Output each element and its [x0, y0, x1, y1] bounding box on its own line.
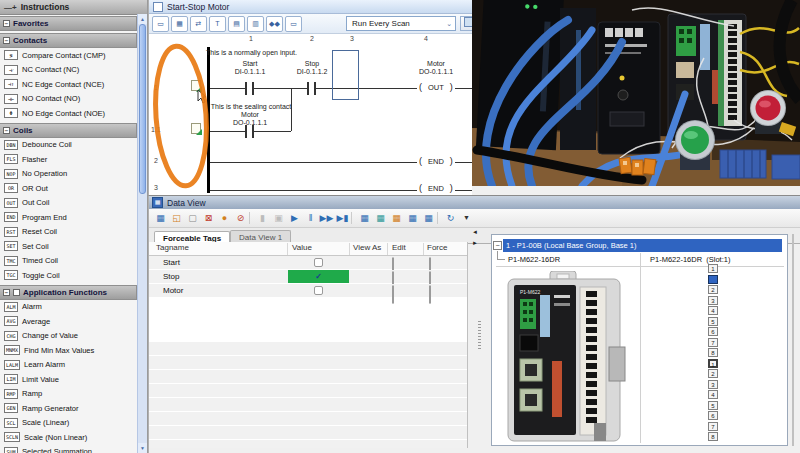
- col-header-edit[interactable]: Edit: [392, 243, 406, 252]
- toolbar-icon[interactable]: ●: [217, 211, 232, 225]
- task-schedule-dropdown[interactable]: Run Every Scan ⌄: [346, 16, 456, 31]
- io-point[interactable]: 6: [708, 327, 718, 336]
- io-point[interactable]: 8: [708, 432, 718, 441]
- out-coil[interactable]: (OUT): [417, 82, 455, 92]
- instruction-item[interactable]: ALM Alarm: [0, 300, 137, 315]
- col-header-tagname[interactable]: Tagname: [156, 243, 189, 252]
- io-point[interactable]: 4: [708, 306, 718, 315]
- instruction-item[interactable]: LIM Limit Value: [0, 372, 137, 387]
- data-view-titlebar[interactable]: ▦ Data View: [149, 196, 800, 209]
- toolbar-icon[interactable]: ▦: [357, 211, 372, 225]
- instruction-item[interactable]: RMP Ramp: [0, 387, 137, 402]
- io-point[interactable]: 2: [708, 369, 718, 378]
- toolbar-icon[interactable]: ▼: [459, 211, 474, 225]
- collapse-icon[interactable]: −: [3, 37, 10, 44]
- ladder-tool-icon[interactable]: ▥: [247, 16, 264, 32]
- io-point[interactable]: 3: [708, 296, 718, 305]
- toolbar-icon[interactable]: ▮: [255, 211, 270, 225]
- start-no-contact[interactable]: [245, 82, 254, 95]
- toolbar-icon[interactable]: ▶▶: [319, 211, 334, 225]
- toolbar-icon[interactable]: ◱: [169, 211, 184, 225]
- value-cell[interactable]: ✓: [288, 284, 349, 297]
- toolbar-icon[interactable]: ⊠: [201, 211, 216, 225]
- value-checkbox[interactable]: [314, 258, 323, 267]
- instruction-item[interactable]: NOP No Operation: [0, 167, 137, 182]
- table-row[interactable]: Stop ✓: [149, 270, 467, 284]
- ladder-tool-icon[interactable]: T: [209, 16, 226, 32]
- io-point[interactable]: 5: [708, 401, 718, 410]
- io-point[interactable]: 2: [708, 285, 718, 294]
- instruction-item[interactable]: ≶ Compare Contact (CMP): [0, 48, 137, 63]
- instruction-item[interactable]: DBN Debounce Coil: [0, 138, 137, 153]
- instruction-item[interactable]: SET Set Coil: [0, 239, 137, 254]
- section-contacts[interactable]: − Contacts: [0, 33, 137, 48]
- instruction-item[interactable]: ⊣↑ NC Edge Contact (NCE): [0, 77, 137, 92]
- toolbar-icon[interactable]: ▦: [405, 211, 420, 225]
- scroll-track[interactable]: [792, 234, 794, 446]
- ladder-titlebar[interactable]: Start-Stop Motor: [149, 0, 472, 14]
- collapse-icon[interactable]: −: [3, 20, 10, 27]
- end-coil[interactable]: (END): [417, 156, 455, 166]
- toolbar-icon[interactable]: ▶: [287, 211, 302, 225]
- panel-splitter[interactable]: [478, 321, 481, 349]
- instruction-item[interactable]: ⊣⊢ NO Contact (NO): [0, 92, 137, 107]
- instruction-item[interactable]: END Program End: [0, 210, 137, 225]
- toolbar-icon[interactable]: [249, 212, 254, 224]
- section-application-functions[interactable]: − Application Functions: [0, 285, 137, 300]
- instruction-item[interactable]: TMC Timed Coil: [0, 254, 137, 269]
- io-point[interactable]: 1: [708, 264, 718, 273]
- monitor-button[interactable]: Monitor: [460, 16, 472, 31]
- io-point[interactable]: 6: [708, 411, 718, 420]
- collapse-icon[interactable]: −: [3, 127, 10, 134]
- io-point[interactable]: [708, 275, 718, 284]
- ladder-tool-icon[interactable]: ▭: [285, 16, 302, 32]
- table-row[interactable]: Motor ✓: [149, 284, 467, 298]
- toolbar-icon[interactable]: ▶▮: [335, 211, 350, 225]
- stop-contact[interactable]: [307, 82, 316, 95]
- toolbar-icon[interactable]: ▦: [421, 211, 436, 225]
- section-favorites[interactable]: − Favorites: [0, 16, 137, 31]
- scrollbar-thumb[interactable]: [139, 24, 146, 194]
- col-header-force[interactable]: Force: [427, 243, 447, 252]
- io-point[interactable]: 4: [708, 390, 718, 399]
- seal-comment[interactable]: This is the sealing contact: [196, 103, 306, 110]
- end-coil[interactable]: (END): [417, 183, 455, 193]
- sidebar-scrollbar[interactable]: ▲ ▼: [137, 14, 147, 453]
- toolbar-icon[interactable]: ⊘: [233, 211, 248, 225]
- pin-icon[interactable]: —+: [4, 3, 17, 12]
- instruction-item[interactable]: AVG Average: [0, 314, 137, 329]
- toolbar-icon[interactable]: ▦: [153, 211, 168, 225]
- instruction-item[interactable]: MNMX Find Min Max Values: [0, 343, 137, 358]
- module-name-left[interactable]: P1-M622-16DR: [508, 255, 560, 264]
- ladder-tool-icon[interactable]: ▭: [152, 16, 169, 32]
- value-checkbox[interactable]: [314, 286, 323, 295]
- instruction-item[interactable]: SUM Selected Summation: [0, 445, 137, 453]
- instruction-item[interactable]: ⊣⁄ NC Contact (NC): [0, 63, 137, 78]
- io-point[interactable]: 1: [708, 359, 718, 368]
- instruction-item[interactable]: LALM Learn Alarm: [0, 358, 137, 373]
- instruction-item[interactable]: CHG Change of Value: [0, 329, 137, 344]
- io-point[interactable]: 7: [708, 422, 718, 431]
- section-checkbox[interactable]: [13, 289, 20, 296]
- io-point[interactable]: 5: [708, 317, 718, 326]
- tree-collapse-icon[interactable]: −: [493, 241, 502, 250]
- rung-comment[interactable]: This is a normally open input.: [189, 49, 314, 56]
- io-point[interactable]: 7: [708, 338, 718, 347]
- value-cell[interactable]: ✓: [288, 256, 349, 269]
- instruction-item[interactable]: SCL Scale (Linear): [0, 416, 137, 431]
- io-point[interactable]: 8: [708, 348, 718, 357]
- edit-checkbox[interactable]: [392, 285, 394, 304]
- instruction-item[interactable]: SCLN Scale (Non Linear): [0, 430, 137, 445]
- instruction-item[interactable]: GEN Ramp Generator: [0, 401, 137, 416]
- collapse-icon[interactable]: −: [3, 289, 10, 296]
- instruction-item[interactable]: RST Reset Coil: [0, 225, 137, 240]
- toolbar-icon[interactable]: [351, 212, 356, 224]
- toolbar-icon[interactable]: ▦: [373, 211, 388, 225]
- toolbar-icon[interactable]: ▢: [185, 211, 200, 225]
- base-group-header[interactable]: 1 - P1-00B (Local Base Group, Base 1): [503, 239, 782, 252]
- io-point[interactable]: 3: [708, 380, 718, 389]
- ladder-tool-icon[interactable]: ◆◆: [266, 16, 283, 32]
- scroll-right-icon[interactable]: ►: [472, 240, 478, 246]
- scroll-up-icon[interactable]: ▲: [138, 14, 147, 24]
- toolbar-icon[interactable]: ▣: [271, 211, 286, 225]
